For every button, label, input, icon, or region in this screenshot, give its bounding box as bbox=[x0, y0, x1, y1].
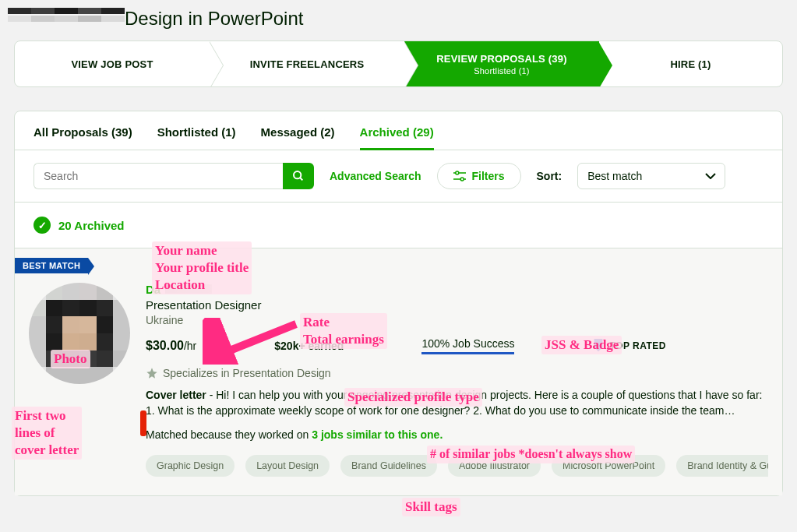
tab-shortlisted[interactable]: Shortlisted (1) bbox=[157, 125, 236, 150]
annotation-red-mark bbox=[140, 410, 146, 436]
step-label: REVIEW PROPOSALS (39) bbox=[436, 53, 566, 65]
tab-all-proposals[interactable]: All Proposals (39) bbox=[34, 125, 132, 150]
similar-jobs-link[interactable]: 3 jobs similar to this one. bbox=[312, 428, 443, 441]
skill-tag[interactable]: Graphic Design bbox=[146, 455, 235, 477]
step-label: VIEW JOB POST bbox=[71, 58, 153, 70]
tab-messaged[interactable]: Messaged (2) bbox=[261, 125, 335, 150]
hourly-rate: $30.00/hr bbox=[146, 339, 196, 353]
tab-archived[interactable]: Archived (29) bbox=[360, 125, 434, 150]
profile-title: Presentation Designer bbox=[146, 298, 768, 312]
blurred-name-remainder bbox=[165, 284, 212, 294]
filters-label: Filters bbox=[472, 170, 505, 182]
skill-tag[interactable]: Brand Identity & Guidelines bbox=[676, 455, 768, 477]
filters-button[interactable]: Filters bbox=[437, 163, 521, 189]
controls-row: Advanced Search Filters Sort: Best match bbox=[15, 150, 782, 203]
search-button[interactable] bbox=[283, 163, 314, 189]
step-invite[interactable]: INVITE FREELANCERS bbox=[210, 41, 404, 86]
step-view-job[interactable]: VIEW JOB POST bbox=[15, 41, 210, 86]
freelancer-name[interactable]: Da bbox=[146, 283, 160, 296]
skill-tag[interactable]: Brand Guidelines bbox=[340, 455, 437, 477]
svg-point-0 bbox=[294, 171, 301, 178]
svg-point-3 bbox=[455, 171, 458, 174]
sort-value: Best match bbox=[587, 170, 642, 182]
step-label: INVITE FREELANCERS bbox=[250, 58, 365, 70]
specializes-text: Specializes in Presentation Design bbox=[163, 367, 331, 379]
step-label: HIRE (1) bbox=[670, 58, 711, 70]
star-icon bbox=[146, 367, 158, 379]
proposal-details: Da Presentation Designer Ukraine $30.00/… bbox=[146, 283, 768, 477]
advanced-search-link[interactable]: Advanced Search bbox=[330, 170, 421, 182]
proposal-body: Da Presentation Designer Ukraine $30.00/… bbox=[29, 283, 768, 477]
specializes-row: Specializes in Presentation Design bbox=[146, 367, 768, 379]
step-sublabel: Shortlisted (1) bbox=[474, 66, 529, 76]
total-earned: $20k+ earned bbox=[274, 340, 344, 352]
skill-tag[interactable]: Microsoft PowerPoint bbox=[552, 455, 665, 477]
skill-tags-row: Graphic Design Layout Design Brand Guide… bbox=[146, 455, 768, 477]
stats-row: $30.00/hr $20k+ earned 100% Job Success … bbox=[146, 337, 768, 354]
freelancer-location: Ukraine bbox=[146, 314, 768, 326]
search-icon bbox=[292, 170, 305, 182]
check-circle-icon: ✓ bbox=[34, 217, 51, 234]
svg-point-5 bbox=[460, 178, 464, 181]
freelancer-avatar[interactable] bbox=[29, 283, 130, 384]
archived-section-header[interactable]: ✓ 20 Archived bbox=[15, 203, 782, 248]
best-match-badge: BEST MATCH bbox=[15, 258, 88, 273]
badge-icon bbox=[592, 339, 605, 353]
skill-tag[interactable]: Layout Design bbox=[245, 455, 330, 477]
archived-count: 20 Archived bbox=[58, 219, 125, 232]
hiring-stepper: VIEW JOB POST INVITE FREELANCERS REVIEW … bbox=[14, 41, 783, 87]
skill-tag[interactable]: Adobe Illustrator bbox=[448, 455, 541, 477]
matched-because: Matched because they worked on 3 jobs si… bbox=[146, 428, 768, 441]
name-row: Da bbox=[146, 283, 768, 296]
top-rated-badge: TOP RATED bbox=[592, 339, 666, 353]
page-header: Design in PowerPoint bbox=[0, 0, 797, 41]
sort-label: Sort: bbox=[537, 170, 562, 182]
search-wrap bbox=[34, 163, 314, 189]
annotation-skill-tags: Skill tags bbox=[402, 498, 460, 516]
sliders-icon bbox=[453, 171, 466, 181]
svg-line-1 bbox=[300, 178, 302, 180]
proposal-tabs: All Proposals (39) Shortlisted (1) Messa… bbox=[15, 111, 782, 150]
blurred-job-prefix bbox=[8, 8, 125, 30]
avatar-column bbox=[29, 283, 130, 477]
proposals-card: All Proposals (39) Shortlisted (1) Messa… bbox=[14, 111, 783, 496]
search-input[interactable] bbox=[34, 163, 283, 189]
cover-letter: Cover letter - Hi! I can help you with y… bbox=[146, 387, 768, 419]
step-review-proposals[interactable]: REVIEW PROPOSALS (39) Shortlisted (1) bbox=[404, 41, 599, 86]
page-title: Design in PowerPoint bbox=[125, 8, 303, 30]
job-success-score: 100% Job Success bbox=[421, 337, 514, 354]
proposal-card[interactable]: BEST MATCH Da bbox=[15, 248, 782, 495]
step-hire[interactable]: HIRE (1) bbox=[599, 41, 782, 86]
sort-select[interactable]: Best match bbox=[577, 163, 725, 189]
